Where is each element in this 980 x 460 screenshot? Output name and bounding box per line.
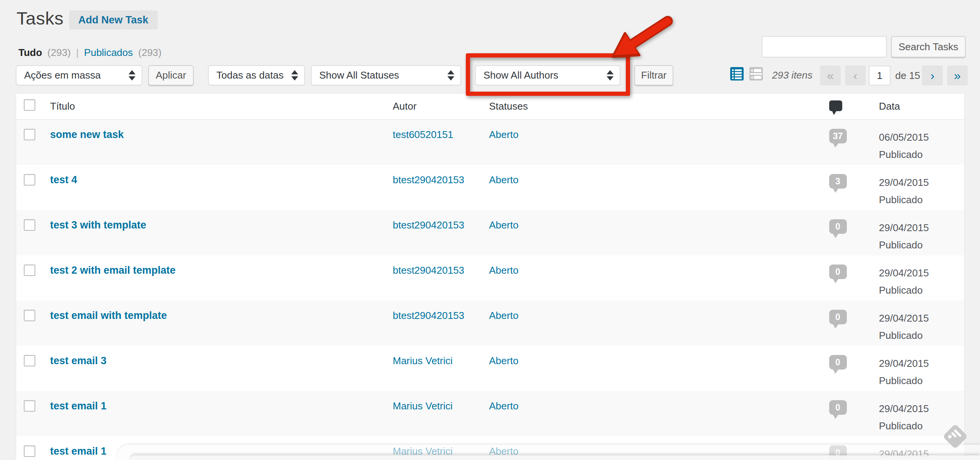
task-author-link[interactable]: Marius Vetrici — [393, 400, 453, 412]
status-filter-value: Show All Statuses — [319, 69, 399, 81]
select-all-checkbox[interactable] — [24, 99, 35, 111]
task-date: 29/04/2015 — [879, 355, 965, 372]
select-arrows-icon — [607, 70, 614, 80]
task-status-link[interactable]: Aberto — [489, 219, 519, 231]
row-checkbox[interactable] — [24, 264, 35, 276]
task-date: 29/04/2015 — [879, 400, 965, 417]
bulk-actions-select[interactable]: Ações em massa — [16, 65, 142, 85]
tasks-table: Título Autor Statuses Data some new task… — [16, 93, 965, 460]
column-header-title: Título — [43, 94, 385, 120]
annotation-arrow-icon — [601, 12, 689, 69]
view-published-link[interactable]: Publicados — [84, 47, 133, 59]
view-published-count: (293) — [138, 47, 162, 59]
table-row: test 2 with email template btest29042015… — [16, 255, 965, 301]
first-page-button[interactable]: « — [820, 66, 841, 85]
task-author-link[interactable]: Marius Vetrici — [393, 355, 453, 366]
row-checkbox[interactable] — [24, 129, 35, 140]
current-page-input[interactable] — [869, 66, 891, 85]
task-date: 29/04/2015 — [879, 310, 965, 327]
row-checkbox[interactable] — [24, 174, 35, 186]
search-tasks-button[interactable]: Search Tasks — [891, 36, 966, 58]
bulk-actions-value: Ações em massa — [24, 69, 101, 81]
task-author-link[interactable]: btest290420153 — [393, 174, 465, 186]
bottom-sheet-artifact — [130, 455, 980, 460]
comment-count-bubble[interactable]: 0 — [829, 355, 847, 370]
task-date: 29/04/2015 — [879, 264, 965, 282]
wp-admin-tasks-page: { "page": { "title": "Tasks", "add_new_l… — [0, 0, 980, 460]
task-author-link[interactable]: btest290420153 — [393, 264, 465, 276]
view-separator: | — [76, 47, 79, 59]
task-author-link[interactable]: btest290420153 — [393, 219, 465, 231]
task-state: Publicado — [879, 237, 965, 254]
task-title-link[interactable]: test 4 — [50, 174, 78, 186]
apply-button[interactable]: Aplicar — [148, 65, 194, 85]
table-header-row: Título Autor Statuses Data — [16, 94, 965, 120]
task-status-link[interactable]: Aberto — [489, 355, 519, 366]
last-page-button[interactable]: » — [947, 66, 968, 85]
comment-count-bubble[interactable]: 37 — [829, 129, 847, 143]
select-arrows-icon — [447, 70, 454, 80]
view-filter-links: Tudo (293) | Publicados (293) — [18, 47, 162, 59]
column-header-date: Data — [871, 94, 965, 120]
next-page-button[interactable]: › — [922, 66, 943, 85]
task-status-link[interactable]: Aberto — [489, 129, 519, 140]
task-status-link[interactable]: Aberto — [489, 174, 519, 186]
task-status-link[interactable]: Aberto — [489, 400, 519, 412]
filter-button[interactable]: Filtrar — [634, 65, 673, 85]
list-view-icon[interactable] — [730, 67, 744, 80]
task-state: Publicado — [879, 372, 965, 389]
excerpt-view-icon[interactable] — [749, 67, 763, 80]
row-checkbox[interactable] — [24, 219, 35, 231]
author-filter-value: Show All Authors — [483, 69, 558, 81]
task-title-link[interactable]: some new task — [50, 129, 124, 140]
comments-column-icon — [829, 100, 842, 111]
page-title: Tasks — [16, 8, 64, 29]
table-row: test email 1 Marius Vetrici Aberto 0 29/… — [16, 391, 965, 436]
row-checkbox[interactable] — [24, 400, 35, 412]
table-row: test email with template btest290420153 … — [16, 301, 965, 346]
comment-count-bubble[interactable]: 3 — [829, 174, 847, 189]
status-filter-select[interactable]: Show All Statuses — [311, 65, 461, 85]
task-state: Publicado — [879, 191, 965, 209]
dates-filter-select[interactable]: Todas as datas — [208, 65, 305, 85]
select-arrows-icon — [291, 70, 298, 80]
column-header-author: Autor — [385, 94, 482, 120]
task-title-link[interactable]: test email 1 — [50, 400, 107, 412]
add-new-task-button[interactable]: Add New Task — [69, 10, 158, 30]
task-author-link[interactable]: test60520151 — [393, 129, 454, 140]
row-checkbox[interactable] — [24, 355, 35, 366]
row-checkbox[interactable] — [24, 445, 35, 457]
task-date: 29/04/2015 — [879, 219, 965, 237]
dates-filter-value: Todas as datas — [216, 69, 284, 81]
row-checkbox[interactable] — [24, 310, 35, 321]
total-pages-label: de 15 — [895, 66, 920, 85]
task-state: Publicado — [879, 146, 965, 163]
task-title-link[interactable]: test email with template — [50, 310, 167, 321]
task-status-link[interactable]: Aberto — [489, 310, 519, 321]
view-all-link[interactable]: Tudo — [18, 47, 42, 59]
task-title-link[interactable]: test 2 with email template — [50, 264, 176, 276]
task-title-link[interactable]: test email 3 — [50, 355, 107, 366]
table-row: test 3 with template btest290420153 Aber… — [16, 210, 965, 255]
select-arrows-icon — [129, 70, 135, 80]
comment-count-bubble[interactable]: 0 — [829, 400, 847, 415]
comment-count-bubble[interactable]: 0 — [829, 264, 847, 279]
task-title-link[interactable]: test email 1 — [50, 445, 107, 457]
prev-page-button[interactable]: ‹ — [845, 66, 866, 85]
task-author-link[interactable]: btest290420153 — [393, 310, 465, 321]
author-filter-select[interactable]: Show All Authors — [475, 65, 620, 85]
task-date: 29/04/2015 — [879, 174, 965, 191]
search-input[interactable] — [762, 36, 887, 58]
task-title-link[interactable]: test 3 with template — [50, 219, 147, 231]
column-header-statuses: Statuses — [482, 94, 822, 120]
task-state: Publicado — [879, 327, 965, 344]
task-state: Publicado — [879, 282, 965, 299]
comment-count-bubble[interactable]: 0 — [829, 219, 847, 234]
table-row: test email 3 Marius Vetrici Aberto 0 29/… — [16, 346, 965, 391]
task-date: 06/05/2015 — [879, 129, 965, 146]
comment-count-bubble[interactable]: 0 — [829, 310, 847, 324]
table-row: some new task test60520151 Aberto 37 06/… — [16, 120, 965, 165]
task-status-link[interactable]: Aberto — [489, 264, 519, 276]
view-all-count: (293) — [48, 47, 71, 59]
table-row: test 4 btest290420153 Aberto 3 29/04/201… — [16, 165, 965, 210]
